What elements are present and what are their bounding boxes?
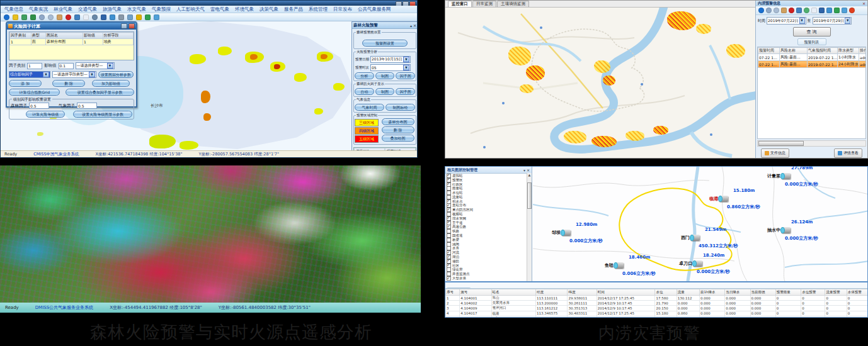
menu-item[interactable]: 水文气象 bbox=[127, 6, 146, 13]
menu-item[interactable]: 交通气象 bbox=[78, 6, 97, 13]
hand-icon[interactable] bbox=[57, 14, 62, 20]
key-icon[interactable] bbox=[136, 14, 142, 20]
menu-item[interactable]: 服务产品 bbox=[284, 6, 303, 13]
monitor-station[interactable]: 12.980m邹坝0.000立方米/秒 bbox=[552, 230, 571, 236]
add-button[interactable]: 添 加 bbox=[9, 80, 42, 87]
monitor-icon[interactable] bbox=[101, 14, 106, 20]
impact-input[interactable]: 0.1 bbox=[59, 63, 74, 69]
table-row[interactable]: 1面森林分布图1地类 bbox=[10, 39, 134, 45]
panel-button[interactable]: 自动 bbox=[355, 88, 374, 95]
table-row[interactable]: 34.104009雪岸河口113.16121230.3513132014/12/… bbox=[446, 306, 868, 311]
image-icon[interactable] bbox=[154, 14, 159, 20]
gauge-cylinder-icon[interactable] bbox=[781, 227, 791, 233]
search-icon[interactable] bbox=[92, 14, 98, 20]
type-select[interactable]: —请选择类型—▼ bbox=[76, 62, 115, 69]
panel-button[interactable]: 气象时间 bbox=[355, 104, 384, 111]
stop-icon[interactable] bbox=[66, 14, 71, 20]
minimize-icon[interactable] bbox=[121, 23, 127, 29]
monitor-station[interactable]: 18.460m鱼咀0.006立方米/秒 bbox=[605, 262, 624, 269]
menu-item[interactable]: 林业气象 bbox=[54, 6, 72, 13]
table-row[interactable]: 14.104001朱山113.11011129.9380112014/12/17… bbox=[446, 296, 868, 301]
panel-button[interactable]: 因子图 bbox=[396, 72, 415, 79]
warning-time-select[interactable]: 05▼ bbox=[370, 64, 411, 71]
warning-map-setup-button[interactable]: 预警图设置 bbox=[362, 40, 408, 47]
gauge-cylinder-icon[interactable] bbox=[719, 196, 728, 202]
globe-icon[interactable] bbox=[4, 14, 9, 20]
image-icon[interactable] bbox=[842, 8, 847, 13]
close-red-icon[interactable] bbox=[849, 8, 855, 13]
flood-map[interactable] bbox=[445, 8, 757, 159]
table-row[interactable]: 54.104004西门113.10564430.2061572014/12/9 … bbox=[446, 316, 868, 318]
pan-arrow-icon[interactable] bbox=[30, 14, 36, 20]
tab-2[interactable]: 日常监测 bbox=[472, 1, 496, 7]
window-icon[interactable] bbox=[74, 14, 80, 20]
gauge-cylinder-icon[interactable] bbox=[614, 262, 624, 269]
table-row[interactable]: 07-22 1...风险:暴雨...2019-07-22 1...1小时降水ad… bbox=[758, 54, 867, 61]
weather-factor-input[interactable]: 0.5 bbox=[77, 103, 97, 109]
table-row[interactable]: 24.104002吴家湾水库113.20000030.2611112014/12… bbox=[446, 301, 868, 306]
system-name-link[interactable]: CMISS中国气象业务系统 bbox=[33, 152, 79, 157]
monitor-station[interactable]: 15.180m临港0.860立方米/秒 bbox=[709, 196, 728, 202]
chevron-down-icon[interactable]: ▼ bbox=[799, 18, 805, 24]
menu-item[interactable]: 旅游气象 bbox=[103, 6, 122, 13]
factor-input[interactable]: 1 bbox=[27, 63, 42, 69]
date-from-input[interactable]: 2019年07月22日▼ bbox=[767, 17, 806, 25]
monitor-station[interactable]: 27.789m计量泵0.000立方米/秒 bbox=[767, 173, 791, 179]
menu-item[interactable]: 气象预报 bbox=[152, 6, 171, 13]
monitor-station[interactable]: 21.549m西门450.312立方米/秒 bbox=[681, 235, 700, 241]
window-titlebar[interactable] bbox=[1, 1, 417, 6]
chevron-down-icon[interactable]: ▼ bbox=[845, 18, 850, 24]
factor-list[interactable]: 因子类别类型图层名影响值分析字段1面森林分布图1地类 bbox=[9, 31, 134, 60]
close-icon[interactable] bbox=[128, 23, 135, 29]
gauge-cylinder-icon[interactable] bbox=[690, 235, 700, 241]
hand-icon[interactable] bbox=[781, 8, 787, 13]
layer-item[interactable]: 大型水体 bbox=[447, 276, 527, 281]
factor-select[interactable]: 综合影响因子▼ bbox=[9, 71, 50, 78]
forest-factor-input[interactable]: 0.5 bbox=[29, 103, 49, 109]
close-icon[interactable]: ✕ bbox=[862, 1, 865, 6]
chevron-down-icon[interactable]: ▼ bbox=[403, 57, 409, 62]
layer-checkbox[interactable] bbox=[447, 276, 451, 281]
zoom-out-icon[interactable] bbox=[48, 14, 54, 20]
menu-item[interactable]: 公共气象服务网 bbox=[358, 6, 391, 13]
warning-list-table[interactable]: 预警时间风险名称气象预报时间降水类型操作人07-22 1...风险:暴雨...2… bbox=[757, 47, 866, 139]
stop-icon[interactable] bbox=[789, 8, 794, 13]
satellite-image[interactable] bbox=[0, 165, 421, 303]
panel-button[interactable]: 叠加绘图 bbox=[382, 135, 414, 142]
set-overlay-button[interactable]: 设置综合叠加因子显示参数 bbox=[66, 89, 134, 96]
window-icon[interactable] bbox=[796, 8, 802, 13]
close-icon[interactable]: ✕ bbox=[413, 23, 416, 28]
zoom-in-icon[interactable] bbox=[766, 8, 772, 13]
tab-3[interactable]: 土壤墒情监测 bbox=[497, 1, 529, 7]
calc-grid-button[interactable]: 计算综合指数Grid bbox=[9, 89, 60, 96]
add-impact-button[interactable]: 加为影响值 bbox=[92, 80, 130, 87]
close-icon[interactable]: ✕ bbox=[527, 168, 530, 172]
menu-item[interactable]: 人工影响天气 bbox=[176, 6, 205, 13]
station-map[interactable]: 27.789m计量泵0.000立方米/秒15.180m临港0.860立方米/秒1… bbox=[533, 167, 868, 281]
calc-level-button[interactable]: 计算火险等级值 bbox=[26, 111, 65, 118]
vertical-scrollbar[interactable]: ▲ bbox=[527, 173, 532, 281]
menu-item[interactable]: 决策气象 bbox=[260, 6, 278, 13]
panel-button[interactable]: 制图标绘 bbox=[385, 104, 415, 111]
page-icon[interactable] bbox=[811, 8, 817, 13]
menu-item[interactable]: 日常发布 bbox=[333, 6, 352, 13]
page2-icon[interactable] bbox=[83, 14, 89, 20]
gauge-cylinder-icon[interactable] bbox=[781, 173, 791, 179]
monitor-station[interactable]: 26.124m抽水中0.000立方米/秒 bbox=[767, 227, 791, 233]
zoom-out-icon[interactable] bbox=[774, 8, 779, 13]
chevron-down-icon[interactable]: ▼ bbox=[43, 72, 49, 77]
date-to-input[interactable]: 2019年07月29日▼ bbox=[813, 17, 852, 25]
truck-icon[interactable] bbox=[127, 14, 133, 20]
delete-button[interactable]: 删 除 bbox=[52, 80, 85, 87]
refresh-icon[interactable] bbox=[804, 8, 809, 13]
warning-date-select[interactable]: 2013年10月15日▼ bbox=[370, 56, 411, 63]
query-button[interactable]: 查 询 bbox=[793, 27, 831, 36]
station-data-table[interactable]: 序号测号站名经度纬度时间水位流量前1h降水当日降水当前雨强预警雨量水位预警流量预… bbox=[445, 288, 868, 318]
panel-button[interactable]: 因子图 bbox=[396, 88, 415, 95]
monitor-icon[interactable] bbox=[819, 8, 825, 13]
select-arrow-icon[interactable] bbox=[21, 14, 27, 20]
panel-button[interactable]: 分析 bbox=[355, 72, 374, 79]
back-arrow-icon[interactable] bbox=[834, 8, 840, 13]
menu-item[interactable]: 气象实况 bbox=[29, 6, 48, 13]
map-icon[interactable] bbox=[110, 14, 115, 20]
